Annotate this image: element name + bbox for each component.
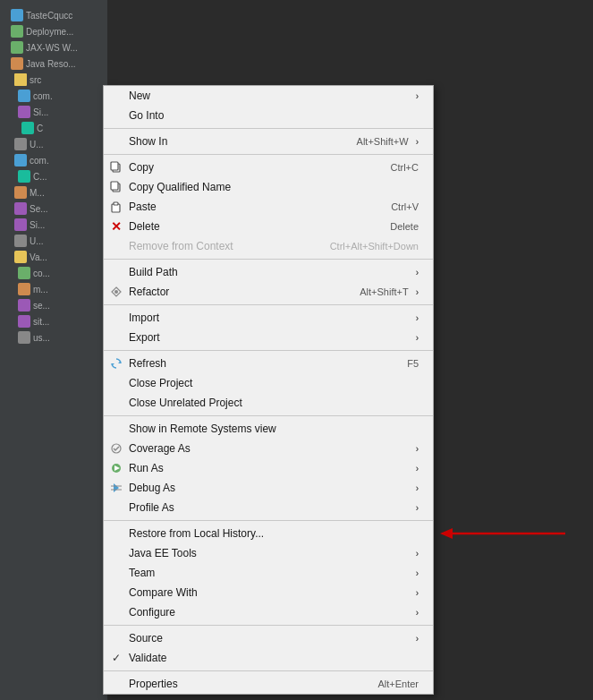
menu-item-close-project[interactable]: Close Project [104, 373, 433, 393]
tree-item[interactable]: co... [4, 265, 104, 281]
tree-item[interactable]: com. [4, 152, 104, 168]
svc-icon [14, 202, 27, 215]
tree-item[interactable]: JAX-WS W... [4, 39, 104, 55]
submenu-arrow-icon: › [416, 313, 419, 323]
menu-item-java-ee-tools[interactable]: Java EE Tools › [104, 543, 433, 563]
menu-item-remove-context[interactable]: Remove from Context Ctrl+Alt+Shift+Down [104, 236, 433, 256]
tree-item[interactable]: Se... [4, 201, 104, 217]
menu-item-close-unrelated[interactable]: Close Unrelated Project [104, 393, 433, 413]
tree-item[interactable]: C [4, 120, 104, 136]
separator [104, 670, 433, 671]
refactor-icon [109, 285, 123, 299]
java-icon [11, 57, 23, 70]
menu-item-debug-as[interactable]: Debug As › [104, 478, 433, 498]
tree-label: M... [30, 188, 45, 198]
deploy-icon [11, 25, 23, 38]
context-menu: New › Go Into Show In Alt+Shift+W › Copy… [103, 85, 434, 695]
val-icon [14, 251, 27, 263]
submenu-arrow-icon: › [416, 91, 419, 101]
tree-item[interactable]: Deployme... [4, 23, 104, 39]
menu-item-profile-as[interactable]: Profile As › [104, 498, 433, 517]
run-icon [109, 461, 123, 475]
menu-item-build-path[interactable]: Build Path › [104, 262, 433, 282]
tree-label: TasteCqucc [26, 11, 72, 21]
delete-icon: ✕ [109, 219, 123, 234]
pkg-icon [18, 90, 30, 102]
separator [104, 350, 433, 351]
separator [104, 128, 433, 129]
menu-item-new[interactable]: New › [104, 86, 433, 106]
tree-item[interactable]: us... [4, 329, 104, 346]
tree-item[interactable]: M... [4, 184, 104, 201]
menu-item-go-into[interactable]: Go Into [104, 106, 433, 125]
tree-label: se... [33, 301, 50, 311]
project-icon [11, 9, 23, 21]
tree-item[interactable]: Va... [4, 249, 104, 265]
submenu-arrow-icon: › [416, 634, 419, 644]
class2-icon [18, 170, 30, 183]
tree-item[interactable]: C... [4, 168, 104, 184]
tree-label: Si... [33, 107, 48, 117]
menu-item-restore-history[interactable]: Restore from Local History... [104, 524, 433, 543]
menu-item-properties[interactable]: Properties Alt+Enter [104, 674, 433, 694]
submenu-arrow-icon: › [416, 549, 419, 559]
ide-sidebar: TasteCqucc Deployme... JAX-WS W... Java … [0, 0, 107, 700]
coverage-icon [109, 441, 123, 456]
submenu-arrow-icon: › [416, 464, 419, 474]
tree-label: m... [33, 285, 48, 295]
menu-item-team[interactable]: Team › [104, 563, 433, 583]
tree-item[interactable]: se... [4, 297, 104, 313]
tree-label: Si... [30, 220, 45, 230]
tree-label: C... [33, 172, 47, 182]
submenu-arrow-icon: › [416, 608, 419, 618]
paste-icon [109, 200, 123, 214]
tree-item[interactable]: TasteCqucc [4, 7, 104, 23]
menu-item-validate[interactable]: ✓ Validate [104, 648, 433, 668]
tree-label: sit... [33, 317, 49, 327]
menu-item-copy-qualified[interactable]: Copy Qualified Name [104, 177, 433, 197]
jax-icon [11, 41, 23, 54]
tree-item[interactable]: sit... [4, 313, 104, 329]
separator [104, 625, 433, 626]
se-icon [18, 299, 30, 312]
menu-item-configure[interactable]: Configure › [104, 602, 433, 622]
menu-item-delete[interactable]: ✕ Delete Delete [104, 217, 433, 236]
svg-rect-3 [111, 182, 118, 190]
tree-item[interactable]: U... [4, 233, 104, 249]
tree-label: us... [33, 333, 50, 343]
menu-item-refactor[interactable]: Refactor Alt+Shift+T › [104, 282, 433, 302]
separator [104, 154, 433, 155]
tree-label: JAX-WS W... [26, 43, 78, 53]
shortcut-label: Alt+Shift+T [360, 286, 408, 297]
tree-label: U... [30, 236, 44, 246]
tree-item[interactable]: com. [4, 88, 104, 104]
menu-item-import[interactable]: Import › [104, 308, 433, 328]
tree-item[interactable]: U... [4, 136, 104, 152]
menu-item-paste[interactable]: Paste Ctrl+V [104, 197, 433, 217]
separator [104, 415, 433, 416]
menu-item-run-as[interactable]: Run As › [104, 458, 433, 478]
menu-item-show-in[interactable]: Show In Alt+Shift+W › [104, 132, 433, 151]
validate-check-icon: ✓ [109, 651, 123, 665]
unit-icon [14, 138, 27, 150]
shortcut-label: Ctrl+V [391, 201, 419, 212]
tree-item[interactable]: Si... [4, 217, 104, 233]
menu-item-compare-with[interactable]: Compare With › [104, 583, 433, 602]
tree-item[interactable]: m... [4, 281, 104, 297]
shortcut-label: Delete [390, 221, 419, 232]
tree-label: co... [33, 269, 50, 278]
menu-item-source[interactable]: Source › [104, 628, 433, 648]
tree-item[interactable]: Java Reso... [4, 55, 104, 72]
separator [104, 259, 433, 260]
menu-item-coverage-as[interactable]: Coverage As › [104, 439, 433, 458]
tree-item[interactable]: src [4, 72, 104, 88]
menu-item-export[interactable]: Export › [104, 328, 433, 347]
menu-item-copy[interactable]: Copy Ctrl+C [104, 158, 433, 177]
separator [104, 304, 433, 305]
menu-item-refresh[interactable]: Refresh F5 [104, 354, 433, 373]
menu-item-show-remote[interactable]: Show in Remote Systems view [104, 419, 433, 439]
copy-icon [109, 160, 123, 175]
u2-icon [14, 235, 27, 247]
tree-item[interactable]: Si... [4, 104, 104, 120]
svg-marker-12 [114, 483, 119, 492]
